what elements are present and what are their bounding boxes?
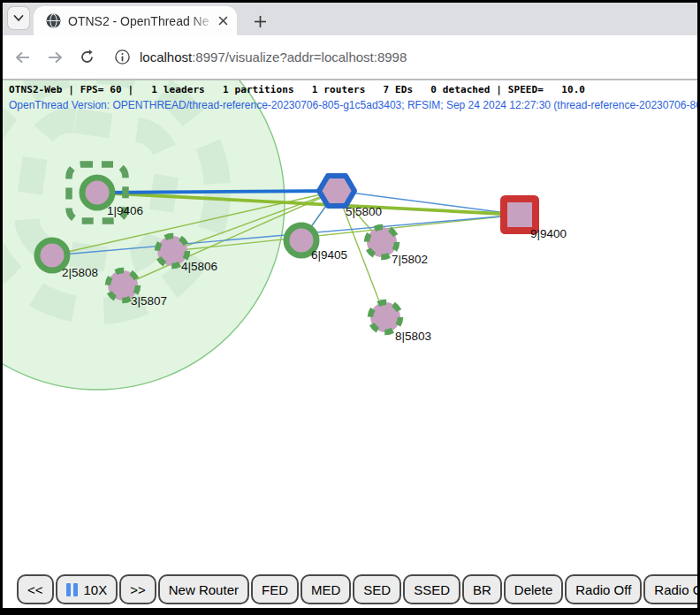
toolbar-button-fed[interactable]: FED — [251, 574, 299, 604]
node-label: 6|9405 — [311, 248, 347, 262]
version-line: OpenThread Version: OPENTHREAD/thread-re… — [9, 99, 697, 111]
pause-icon — [66, 583, 78, 596]
toolbar-button-delete[interactable]: Delete — [504, 574, 563, 604]
toolbar-button-label: << — [27, 582, 43, 597]
toolbar-button-radio-on[interactable]: Radio On — [643, 574, 697, 604]
node-9|9400[interactable] — [504, 199, 536, 231]
plus-icon — [254, 15, 267, 28]
tab-title: OTNS2 - OpenThread Ne — [68, 14, 216, 28]
toolbar-button-label: >> — [130, 582, 146, 597]
action-toolbar: <<10X>>New RouterFEDMEDSEDSSEDBRDeleteRa… — [17, 574, 697, 604]
network-graph: 1|94062|58083|58074|58065|58006|94057|58… — [3, 80, 697, 608]
chevron-down-icon — [13, 14, 24, 22]
toolbar-button-label: New Router — [169, 582, 239, 597]
node-5|5800[interactable] — [319, 176, 354, 206]
toolbar-button-radio-off[interactable]: Radio Off — [565, 574, 642, 604]
simulation-canvas[interactable]: 1|94062|58083|58074|58065|58006|94057|58… — [3, 80, 697, 608]
tab-bar: OTNS2 - OpenThread Ne — [3, 3, 697, 35]
toolbar-button-sed[interactable]: SED — [353, 574, 401, 604]
tab-close-icon[interactable] — [216, 14, 230, 28]
info-icon[interactable] — [114, 49, 131, 65]
back-icon[interactable] — [15, 49, 31, 65]
toolbar-button-label: SSED — [414, 582, 450, 597]
toolbar-button-label: Radio On — [654, 582, 697, 597]
browser-window: OTNS2 - OpenThread Ne — [0, 0, 700, 615]
toolbar-button-label: BR — [473, 582, 491, 597]
forward-icon[interactable] — [47, 49, 63, 65]
url-text: localhost:8997/visualize?addr=localhost:… — [140, 49, 407, 65]
node-8|5803[interactable] — [370, 302, 400, 332]
toolbar-button-br[interactable]: BR — [462, 574, 502, 604]
toolbar-button--[interactable]: >> — [119, 574, 156, 604]
node-label: 8|5803 — [395, 330, 431, 343]
new-tab-button[interactable] — [248, 10, 271, 33]
browser-tab[interactable]: OTNS2 - OpenThread Ne — [34, 6, 237, 35]
url-field[interactable]: localhost:8997/visualize?addr=localhost:… — [114, 49, 697, 65]
toolbar-button-label: MED — [311, 582, 340, 597]
toolbar-button--[interactable]: << — [17, 574, 54, 604]
toolbar-button-label: Radio Off — [575, 582, 631, 597]
toolbar-button-med[interactable]: MED — [301, 574, 351, 604]
tab-list-button[interactable] — [8, 7, 29, 29]
node-label: 1|9406 — [107, 204, 143, 217]
toolbar-button-10x[interactable]: 10X — [56, 574, 118, 604]
node-label: 2|5808 — [62, 266, 98, 279]
toolbar-button-label: SED — [363, 582, 391, 597]
node-label: 7|5802 — [392, 253, 428, 266]
node-label: 5|5800 — [346, 205, 382, 218]
node-label: 4|5806 — [181, 260, 217, 273]
globe-favicon-icon — [46, 13, 61, 28]
stats-line: OTNS2-Web | FPS= 60 | 1 leaders 1 partit… — [9, 84, 585, 95]
reload-icon[interactable] — [79, 49, 95, 65]
toolbar-button-label: 10X — [84, 582, 108, 597]
toolbar-button-ssed[interactable]: SSED — [403, 574, 460, 604]
toolbar-button-label: Delete — [514, 582, 552, 597]
url-path: :8997/visualize?addr=localhost:8998 — [192, 49, 407, 65]
node-label: 3|5807 — [131, 294, 167, 308]
url-bar: localhost:8997/visualize?addr=localhost:… — [3, 35, 697, 80]
toolbar-button-label: FED — [262, 582, 288, 597]
node-label: 9|9400 — [530, 227, 567, 240]
url-host: localhost — [140, 49, 192, 65]
toolbar-button-new-router[interactable]: New Router — [158, 574, 249, 604]
link-1-5 — [97, 191, 337, 193]
